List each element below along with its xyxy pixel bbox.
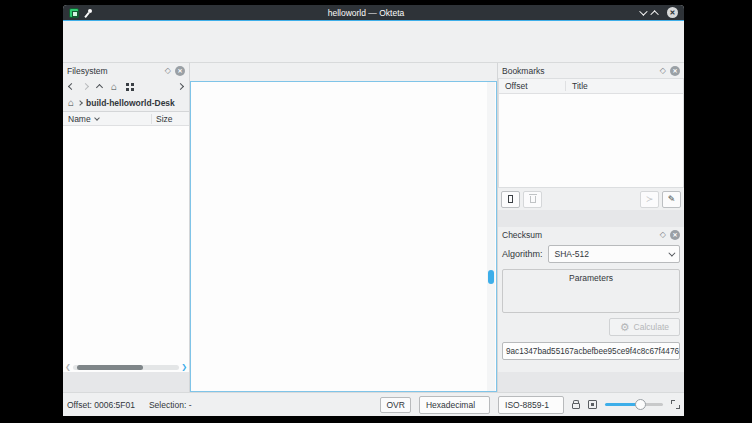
zoom-out-icon[interactable] <box>588 400 597 409</box>
calculate-button[interactable]: ⚙ Calculate <box>609 318 680 336</box>
hscroll-thumb[interactable] <box>77 365 143 370</box>
home-icon[interactable]: ⌂ <box>111 82 117 92</box>
hex-vscrollbar[interactable] <box>487 82 495 391</box>
titlebar[interactable]: helloworld — Okteta ✕ <box>63 5 684 21</box>
parameters-label: Parameters <box>503 273 679 283</box>
scroll-left-icon[interactable]: ❮ <box>65 363 71 371</box>
filesystem-panel-title: Filesystem <box>67 66 161 76</box>
char-coding-select[interactable]: ISO-8859-1 <box>498 396 564 414</box>
selection-status: Selection: - <box>149 400 192 410</box>
hex-editor <box>190 63 497 392</box>
zoom-fit-icon[interactable] <box>671 400 680 409</box>
forward-icon[interactable] <box>82 83 89 90</box>
bookmarks-toolbar: ≻ ✎ <box>498 188 684 210</box>
float-panel-icon[interactable]: ◇ <box>660 231 666 239</box>
minimize-button[interactable] <box>639 7 647 15</box>
parameters-group: Parameters <box>502 269 680 313</box>
goto-bookmark-button[interactable]: ≻ <box>640 191 659 208</box>
column-offset[interactable]: Offset <box>499 81 565 91</box>
column-size[interactable]: Size <box>151 114 189 124</box>
tool-bottom-tabs <box>498 372 684 392</box>
maximize-button[interactable] <box>650 10 658 18</box>
hex-view[interactable] <box>190 81 497 392</box>
zoom-slider-handle[interactable] <box>635 399 646 410</box>
files-hscrollbar[interactable]: ❮ ❯ <box>63 362 189 372</box>
breadcrumb-folder[interactable]: build-helloworld-Desk <box>86 98 175 108</box>
file-table-header: Name Size <box>63 112 189 126</box>
filesystem-panel: Filesystem ◇ ✕ ⌂ ⌂ build-helloworld-D <box>63 63 190 392</box>
column-name[interactable]: Name <box>63 114 151 124</box>
back-icon[interactable] <box>68 83 75 90</box>
file-table: Name Size <box>63 111 189 362</box>
chevron-down-icon <box>668 249 675 256</box>
close-panel-icon[interactable]: ✕ <box>670 66 680 76</box>
bookmarks-table-header: Offset Title <box>499 79 683 94</box>
checksum-result-field[interactable]: 9ac1347bad55167acbefbee95ce9f4c8c67f4476… <box>502 342 680 360</box>
trash-icon <box>530 196 536 203</box>
checksum-panel: Algorithm: SHA-512 Parameters ⚙ Calculat… <box>498 242 684 392</box>
toolbar-overflow-icon[interactable] <box>177 83 184 90</box>
delete-bookmark-button[interactable] <box>523 191 542 208</box>
view-mode-icon[interactable] <box>126 83 129 86</box>
statusbar: Offset: 0006:5F01 Selection: - OVR Hexad… <box>63 392 684 416</box>
column-title[interactable]: Title <box>565 81 683 91</box>
bookmark-icon <box>508 195 513 203</box>
algorithm-select[interactable]: SHA-512 <box>548 245 680 263</box>
filesystem-nav: ⌂ <box>63 78 189 95</box>
rename-bookmark-button[interactable]: ✎ <box>662 191 681 208</box>
overwrite-toggle[interactable]: OVR <box>380 397 410 413</box>
sort-descending-icon <box>94 115 100 121</box>
algorithm-label: Algorithm: <box>502 249 543 259</box>
toolbar <box>63 39 684 63</box>
pin-icon <box>84 8 93 18</box>
menubar <box>63 21 684 39</box>
okteta-app-icon <box>69 8 79 18</box>
float-panel-icon[interactable]: ◇ <box>165 67 171 75</box>
add-bookmark-button[interactable] <box>501 191 520 208</box>
breadcrumb[interactable]: ⌂ build-helloworld-Desk <box>63 95 189 111</box>
close-button[interactable]: ✕ <box>667 7 678 18</box>
close-panel-icon[interactable]: ✕ <box>670 230 680 240</box>
tool-tabs <box>498 210 684 227</box>
close-panel-icon[interactable]: ✕ <box>175 66 185 76</box>
breadcrumb-home-icon[interactable]: ⌂ <box>68 98 74 108</box>
breadcrumb-separator <box>77 100 83 106</box>
desktop-background: helloworld — Okteta ✕ Filesystem ◇ ✕ <box>0 0 752 423</box>
zoom-slider[interactable] <box>605 399 663 410</box>
float-panel-icon[interactable]: ◇ <box>660 67 666 75</box>
bookmarks-table: Offset Title <box>498 78 684 188</box>
checksum-panel-title: Checksum <box>502 230 656 240</box>
lock-icon[interactable] <box>572 403 580 409</box>
scroll-right-icon[interactable]: ❯ <box>181 363 187 371</box>
up-icon[interactable] <box>96 84 103 91</box>
editor-tabbar <box>190 63 497 81</box>
bookmarks-panel-title: Bookmarks <box>502 66 656 76</box>
okteta-window: helloworld — Okteta ✕ Filesystem ◇ ✕ <box>63 5 684 416</box>
vscroll-thumb[interactable] <box>488 270 494 284</box>
window-title: helloworld — Okteta <box>93 8 639 18</box>
offset-status: Offset: 0006:5F01 <box>67 400 135 410</box>
sidebar-bottom-tabs <box>63 372 189 392</box>
tool-panels: Bookmarks ◇ ✕ Offset Title ≻ ✎ <box>497 63 684 392</box>
value-coding-select[interactable]: Hexadecimal <box>419 396 490 414</box>
gear-icon: ⚙ <box>620 322 630 332</box>
